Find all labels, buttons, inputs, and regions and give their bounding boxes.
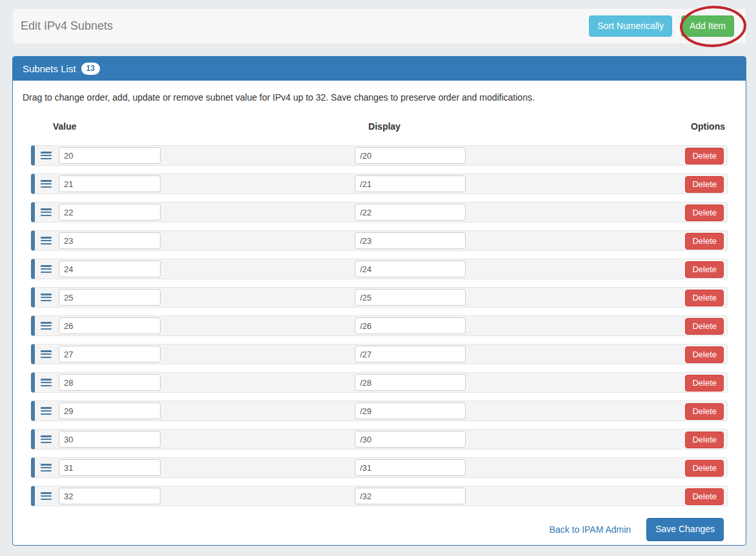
display-input[interactable] bbox=[355, 346, 466, 362]
column-header-value: Value bbox=[53, 121, 77, 132]
instructions-text: Drag to change order, add, update or rem… bbox=[23, 92, 736, 103]
delete-button[interactable]: Delete bbox=[685, 290, 724, 306]
column-header-options: Options bbox=[691, 121, 725, 132]
header-actions: Sort Numerically Add Item bbox=[589, 15, 734, 37]
subnet-row: Delete bbox=[31, 315, 728, 336]
display-input[interactable] bbox=[355, 374, 466, 391]
display-input[interactable] bbox=[355, 204, 466, 221]
drag-handle-icon[interactable] bbox=[41, 407, 52, 415]
delete-button[interactable]: Delete bbox=[685, 261, 724, 278]
panel-title: Subnets List bbox=[23, 63, 76, 74]
delete-button[interactable]: Delete bbox=[685, 488, 724, 505]
subnet-row: Delete bbox=[31, 259, 728, 279]
drag-handle-icon[interactable] bbox=[41, 152, 52, 159]
display-input[interactable] bbox=[355, 459, 466, 476]
subnet-row: Delete bbox=[31, 401, 728, 421]
column-header-display: Display bbox=[368, 121, 401, 132]
value-input[interactable] bbox=[59, 175, 161, 192]
display-input[interactable] bbox=[355, 232, 466, 249]
delete-button[interactable]: Delete bbox=[685, 403, 724, 420]
subnets-panel: Subnets List 13 Drag to change order, ad… bbox=[12, 56, 746, 546]
delete-button[interactable]: Delete bbox=[685, 176, 724, 193]
drag-handle-icon[interactable] bbox=[41, 237, 52, 244]
value-input[interactable] bbox=[59, 459, 161, 476]
value-input[interactable] bbox=[59, 402, 161, 419]
table-header: Value Display Options bbox=[31, 121, 728, 133]
panel-footer: Back to IPAM Admin Save Changes bbox=[31, 518, 724, 541]
display-input[interactable] bbox=[355, 175, 466, 192]
value-input[interactable] bbox=[59, 346, 161, 362]
value-input[interactable] bbox=[59, 232, 161, 249]
drag-handle-icon[interactable] bbox=[41, 322, 52, 330]
delete-button[interactable]: Delete bbox=[685, 460, 724, 477]
page-header: Edit IPv4 Subnets Sort Numerically Add I… bbox=[12, 8, 746, 44]
drag-handle-icon[interactable] bbox=[41, 435, 52, 443]
drag-handle-icon[interactable] bbox=[41, 293, 52, 301]
subnet-row: Delete bbox=[31, 372, 728, 393]
drag-handle-icon[interactable] bbox=[41, 265, 52, 273]
value-input[interactable] bbox=[59, 289, 161, 306]
delete-button[interactable]: Delete bbox=[685, 346, 724, 363]
subnet-row: Delete bbox=[31, 457, 728, 478]
drag-handle-icon[interactable] bbox=[41, 464, 52, 472]
subnet-row: Delete bbox=[31, 344, 728, 364]
value-input[interactable] bbox=[59, 261, 161, 277]
display-input[interactable] bbox=[355, 402, 466, 419]
delete-button[interactable]: Delete bbox=[685, 148, 724, 164]
delete-button[interactable]: Delete bbox=[685, 204, 724, 221]
drag-handle-icon[interactable] bbox=[41, 208, 52, 216]
drag-handle-icon[interactable] bbox=[41, 180, 52, 188]
back-to-ipam-admin-link[interactable]: Back to IPAM Admin bbox=[550, 524, 632, 535]
drag-handle-icon[interactable] bbox=[41, 350, 52, 358]
delete-button[interactable]: Delete bbox=[685, 318, 724, 335]
subnet-row: Delete bbox=[31, 145, 728, 166]
drag-handle-icon[interactable] bbox=[41, 379, 52, 386]
add-item-button[interactable]: Add Item bbox=[681, 15, 734, 37]
display-input[interactable] bbox=[355, 317, 466, 334]
subnet-row: Delete bbox=[31, 287, 728, 308]
value-input[interactable] bbox=[59, 204, 161, 221]
display-input[interactable] bbox=[355, 261, 466, 277]
display-input[interactable] bbox=[355, 488, 466, 504]
value-input[interactable] bbox=[59, 431, 161, 448]
page-title: Edit IPv4 Subnets bbox=[21, 19, 113, 33]
drag-handle-icon[interactable] bbox=[41, 492, 52, 500]
subnet-row: Delete bbox=[31, 230, 728, 251]
count-badge: 13 bbox=[81, 63, 100, 74]
subnet-row: Delete bbox=[31, 486, 728, 506]
delete-button[interactable]: Delete bbox=[685, 432, 724, 448]
value-input[interactable] bbox=[59, 317, 161, 334]
save-changes-button[interactable]: Save Changes bbox=[646, 518, 724, 541]
delete-button[interactable]: Delete bbox=[685, 375, 724, 392]
sort-numerically-button[interactable]: Sort Numerically bbox=[589, 15, 672, 37]
value-input[interactable] bbox=[59, 147, 161, 164]
value-input[interactable] bbox=[59, 374, 161, 391]
subnet-row: Delete bbox=[31, 174, 728, 194]
display-input[interactable] bbox=[355, 431, 466, 448]
delete-button[interactable]: Delete bbox=[685, 233, 724, 250]
display-input[interactable] bbox=[355, 147, 466, 164]
subnet-row: Delete bbox=[31, 202, 728, 223]
display-input[interactable] bbox=[355, 289, 466, 306]
value-input[interactable] bbox=[59, 488, 161, 504]
panel-body: Drag to change order, add, update or rem… bbox=[13, 81, 746, 541]
subnet-row: Delete bbox=[31, 429, 728, 450]
subnet-rows-list: Delete Delete Delete Delete Delete Delet… bbox=[31, 145, 728, 506]
panel-heading: Subnets List 13 bbox=[13, 57, 746, 81]
